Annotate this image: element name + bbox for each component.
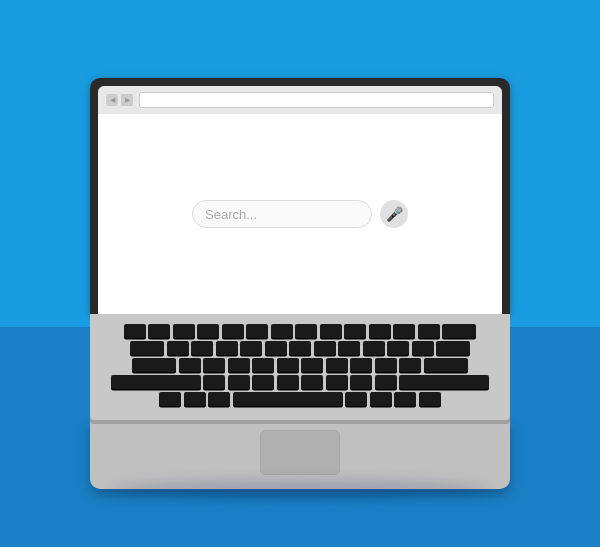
key — [173, 324, 195, 338]
laptop-shadow — [111, 479, 489, 499]
key — [350, 358, 372, 372]
key — [216, 341, 238, 355]
key — [252, 375, 274, 389]
back-icon: ◀ — [110, 96, 115, 104]
key — [130, 341, 164, 355]
key — [191, 341, 213, 355]
key-row-2 — [104, 341, 496, 355]
nav-buttons: ◀ ▶ — [106, 94, 133, 106]
key — [424, 358, 468, 372]
key — [301, 375, 323, 389]
key — [228, 375, 250, 389]
spacebar-key — [233, 392, 343, 406]
key-row-5 — [104, 392, 496, 406]
back-button[interactable]: ◀ — [106, 94, 118, 106]
key — [277, 375, 299, 389]
address-bar[interactable] — [139, 92, 494, 108]
key — [203, 358, 225, 372]
key — [375, 375, 397, 389]
key — [240, 341, 262, 355]
key — [375, 358, 397, 372]
key — [393, 324, 415, 338]
key — [350, 375, 372, 389]
mic-button[interactable]: 🎤 — [380, 200, 408, 228]
key — [394, 392, 416, 406]
search-input[interactable]: Search... — [192, 200, 372, 228]
key — [132, 358, 176, 372]
key-row-1 — [104, 324, 496, 338]
keyboard — [104, 324, 496, 406]
key — [419, 392, 441, 406]
key — [222, 324, 244, 338]
key — [418, 324, 440, 338]
key — [148, 324, 170, 338]
forward-icon: ▶ — [125, 96, 130, 104]
key — [265, 341, 287, 355]
key — [345, 392, 367, 406]
browser-screen: Search... 🎤 — [98, 114, 502, 314]
key — [399, 358, 421, 372]
browser-chrome: ◀ ▶ — [98, 86, 502, 114]
key — [295, 324, 317, 338]
key — [320, 324, 342, 338]
search-area: Search... 🎤 — [192, 200, 408, 228]
key — [252, 358, 274, 372]
screen-lid: ◀ ▶ Search... 🎤 — [90, 78, 510, 314]
key — [363, 341, 385, 355]
keyboard-base — [90, 314, 510, 420]
key — [344, 324, 366, 338]
laptop: ◀ ▶ Search... 🎤 — [90, 78, 510, 489]
key — [301, 358, 323, 372]
trackpad[interactable] — [260, 430, 340, 475]
key — [277, 358, 299, 372]
forward-button[interactable]: ▶ — [121, 94, 133, 106]
key — [271, 324, 293, 338]
key — [326, 358, 348, 372]
mic-icon: 🎤 — [386, 206, 403, 223]
key — [436, 341, 470, 355]
key — [442, 324, 476, 338]
key — [197, 324, 219, 338]
key — [289, 341, 311, 355]
key — [203, 375, 225, 389]
key — [370, 392, 392, 406]
key — [369, 324, 391, 338]
key — [326, 375, 348, 389]
key — [124, 324, 146, 338]
key — [387, 341, 409, 355]
key-row-4 — [104, 375, 496, 389]
key — [184, 392, 206, 406]
key — [246, 324, 268, 338]
key — [167, 341, 189, 355]
key — [314, 341, 336, 355]
key — [228, 358, 250, 372]
key — [208, 392, 230, 406]
key — [399, 375, 489, 389]
search-placeholder: Search... — [205, 207, 257, 222]
key — [159, 392, 181, 406]
key — [179, 358, 201, 372]
key — [412, 341, 434, 355]
key — [111, 375, 201, 389]
key-row-3 — [104, 358, 496, 372]
key — [338, 341, 360, 355]
